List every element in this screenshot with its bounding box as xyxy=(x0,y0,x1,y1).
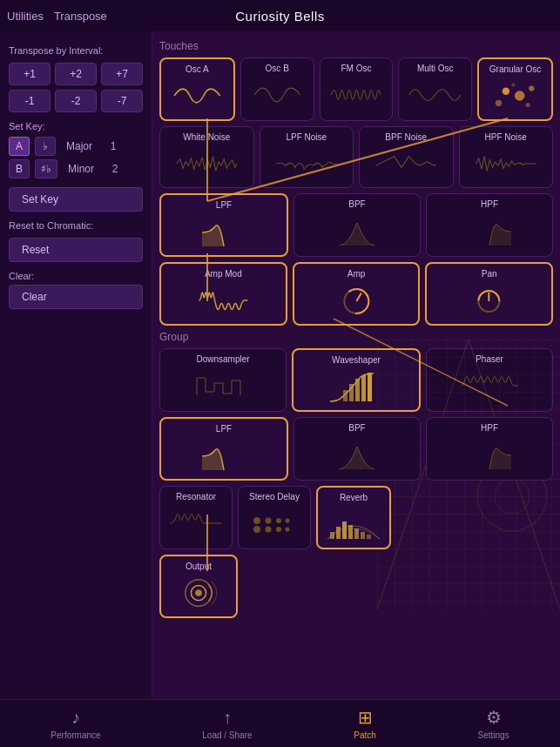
interval-plus1[interactable]: +1 xyxy=(9,63,51,85)
resonator-label: Resonator xyxy=(176,492,216,501)
transpose-nav[interactable]: Transpose xyxy=(54,10,107,23)
noise-row: White Noise LPF Noise BPF Noise xyxy=(159,126,553,188)
key-row-2: B ♯♭ Minor 2 xyxy=(9,159,143,178)
svg-point-7 xyxy=(529,85,534,91)
main-area: Touches Osc A Osc B FM Osc xyxy=(152,31,560,699)
phaser-label: Phaser xyxy=(476,354,503,364)
group-filter-row: LPF BPF HPF xyxy=(159,417,553,481)
svg-point-27 xyxy=(253,517,260,524)
svg-rect-39 xyxy=(354,528,359,539)
svg-point-9 xyxy=(526,103,530,107)
module-waveshaper[interactable]: Waveshaper xyxy=(292,348,421,412)
svg-rect-21 xyxy=(368,373,372,401)
key-rows: A ♭ Major 1 B ♯♭ Minor 2 xyxy=(9,137,143,178)
key-flat-b[interactable]: ♯♭ xyxy=(35,159,57,178)
pan-label: Pan xyxy=(482,269,497,279)
module-hpf-1[interactable]: HPF xyxy=(426,193,553,257)
module-lpf-noise[interactable]: LPF Noise xyxy=(260,126,354,188)
svg-point-30 xyxy=(286,519,290,523)
waveshaper-viz xyxy=(299,368,414,405)
clear-button[interactable]: Clear xyxy=(9,285,143,309)
nav-performance[interactable]: ♪ Performance xyxy=(40,703,111,745)
svg-rect-38 xyxy=(348,525,353,539)
header-nav: Utilities Transpose xyxy=(7,10,107,23)
patch-label: Patch xyxy=(354,730,376,740)
resonator-viz xyxy=(165,505,226,542)
stereo-delay-label: Stereo Delay xyxy=(249,492,300,501)
module-white-noise[interactable]: White Noise xyxy=(159,126,254,188)
settings-icon: ⚙ xyxy=(486,707,502,728)
module-amp[interactable]: Amp xyxy=(293,262,421,326)
lpf-1-label: LPF xyxy=(216,200,232,210)
svg-rect-19 xyxy=(355,379,360,401)
module-fm-osc[interactable]: FM Osc xyxy=(320,57,394,121)
module-osc-a[interactable]: Osc A xyxy=(159,57,235,121)
interval-plus2[interactable]: +2 xyxy=(55,63,97,85)
transpose-label: Transpose by Interval: xyxy=(9,45,143,56)
osc-row: Osc A Osc B FM Osc xyxy=(159,57,553,121)
performance-icon: ♪ xyxy=(71,708,80,728)
phaser-viz xyxy=(432,367,547,404)
hpf-noise-viz xyxy=(465,145,548,182)
lpf-1-viz xyxy=(166,213,281,250)
module-g-bpf[interactable]: BPF xyxy=(293,417,421,481)
downsampler-label: Downsampler xyxy=(196,354,249,364)
nav-settings[interactable]: ⚙ Settings xyxy=(468,702,520,745)
module-bpf-noise[interactable]: BPF Noise xyxy=(359,126,454,188)
module-stereo-delay[interactable]: Stereo Delay xyxy=(238,486,311,549)
module-phaser[interactable]: Phaser xyxy=(426,348,553,412)
interval-minus7[interactable]: -7 xyxy=(101,90,143,112)
svg-point-31 xyxy=(253,526,260,533)
key-flat-a[interactable]: ♭ xyxy=(35,137,56,156)
osc-a-label: Osc A xyxy=(186,64,209,74)
output-viz xyxy=(166,575,231,611)
module-osc-b[interactable]: Osc B xyxy=(240,57,314,121)
set-key-label: Set Key: xyxy=(9,121,143,131)
svg-rect-20 xyxy=(361,375,366,401)
left-panel: Transpose by Interval: +1 +2 +7 -1 -2 -7… xyxy=(0,31,152,699)
fm-osc-label: FM Osc xyxy=(341,64,371,73)
module-resonator[interactable]: Resonator xyxy=(159,486,233,549)
g-lpf-label: LPF xyxy=(216,424,232,434)
module-multi-osc[interactable]: Multi Osc xyxy=(398,57,472,121)
module-granular-osc[interactable]: Granular Osc xyxy=(477,57,553,121)
amp-mod-viz xyxy=(166,282,280,319)
key-num-1: 1 xyxy=(103,138,124,155)
reverb-viz xyxy=(323,506,384,542)
interval-minus2[interactable]: -2 xyxy=(55,90,97,112)
module-bpf-1[interactable]: BPF xyxy=(293,193,421,257)
key-note-b[interactable]: B xyxy=(9,159,30,178)
svg-point-8 xyxy=(496,100,502,106)
header: Utilities Transpose Curiosity Bells xyxy=(0,0,560,31)
svg-line-13 xyxy=(356,293,361,301)
module-downsampler[interactable]: Downsampler xyxy=(159,348,287,412)
module-hpf-noise[interactable]: HPF Noise xyxy=(459,126,554,188)
module-output[interactable]: Output xyxy=(159,555,238,618)
bpf-1-label: BPF xyxy=(348,199,365,209)
svg-point-34 xyxy=(286,528,290,532)
osc-a-viz xyxy=(166,77,228,114)
svg-point-32 xyxy=(266,527,272,533)
svg-point-28 xyxy=(266,518,272,524)
module-reverb[interactable]: Reverb xyxy=(316,486,391,549)
module-g-lpf[interactable]: LPF xyxy=(159,417,288,481)
set-key-button[interactable]: Set Key xyxy=(9,187,143,212)
interval-minus1[interactable]: -1 xyxy=(9,90,51,112)
g-hpf-viz xyxy=(432,436,547,473)
load-share-label: Load / Share xyxy=(202,730,252,740)
reset-button[interactable]: Reset xyxy=(9,238,143,262)
nav-load-share[interactable]: ↑ Load / Share xyxy=(192,703,262,745)
bpf-1-viz xyxy=(300,212,415,249)
amp-row: Amp Mod Amp xyxy=(159,262,553,326)
module-g-hpf[interactable]: HPF xyxy=(426,417,553,481)
back-nav[interactable]: Utilities xyxy=(7,10,44,23)
module-pan[interactable]: Pan xyxy=(425,262,553,326)
module-lpf-1[interactable]: LPF xyxy=(159,193,288,257)
module-amp-mod[interactable]: Amp Mod xyxy=(159,262,287,326)
interval-plus7[interactable]: +7 xyxy=(101,63,143,85)
waveshaper-label: Waveshaper xyxy=(332,355,381,365)
reset-label: Reset to Chromatic: xyxy=(9,220,143,231)
nav-patch[interactable]: ⊞ Patch xyxy=(343,702,387,745)
filter-row-1: LPF BPF HPF xyxy=(159,193,553,257)
key-note-a[interactable]: A xyxy=(9,137,30,156)
